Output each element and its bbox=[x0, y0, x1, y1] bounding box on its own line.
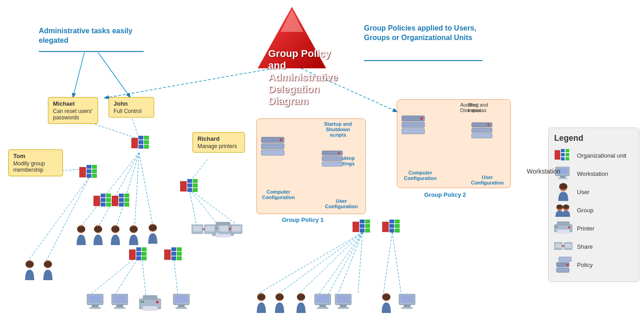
ou-icon-right1 bbox=[353, 220, 372, 234]
svg-line-3 bbox=[98, 52, 130, 97]
svg-rect-77 bbox=[180, 181, 187, 191]
svg-marker-32 bbox=[280, 9, 303, 32]
svg-rect-35 bbox=[261, 150, 284, 155]
gp1-user-config-label: UserConfiguration bbox=[322, 198, 361, 209]
svg-rect-102 bbox=[365, 224, 370, 228]
svg-line-24 bbox=[299, 232, 363, 294]
svg-rect-99 bbox=[360, 220, 364, 223]
svg-rect-56 bbox=[79, 167, 86, 177]
user-icon-r2 bbox=[273, 292, 286, 313]
gp2-user-config-label: UserConfiguration bbox=[468, 174, 507, 185]
workstation-area-label: Workstation bbox=[527, 168, 561, 175]
svg-rect-90 bbox=[142, 256, 146, 260]
svg-rect-53 bbox=[144, 140, 149, 144]
svg-line-12 bbox=[27, 178, 89, 262]
legend-ws-label: Workstation bbox=[577, 170, 608, 177]
john-name: John bbox=[114, 100, 149, 107]
svg-rect-83 bbox=[193, 188, 197, 192]
svg-rect-58 bbox=[92, 165, 97, 169]
user-icon-2 bbox=[91, 225, 105, 245]
ws-icon-2 bbox=[109, 294, 130, 311]
john-box: John Full Control bbox=[109, 97, 154, 118]
svg-line-10 bbox=[135, 153, 139, 228]
svg-line-13 bbox=[46, 178, 89, 262]
user-icon-r4 bbox=[379, 292, 393, 313]
svg-point-129 bbox=[275, 294, 284, 300]
svg-rect-75 bbox=[119, 203, 124, 206]
ws-icon-6 bbox=[397, 294, 417, 311]
svg-rect-182 bbox=[566, 149, 569, 152]
diagram-container: Group Policy and Administrative Delegati… bbox=[0, 0, 644, 323]
svg-rect-137 bbox=[89, 307, 101, 309]
svg-rect-78 bbox=[187, 179, 192, 183]
legend-item-printer: Printer bbox=[554, 221, 634, 235]
svg-rect-71 bbox=[119, 194, 124, 197]
gp2-startmenu-label: Startmenu bbox=[468, 102, 514, 113]
svg-point-195 bbox=[556, 205, 563, 209]
svg-line-16 bbox=[189, 189, 217, 223]
svg-rect-52 bbox=[139, 140, 143, 144]
svg-point-40 bbox=[338, 152, 340, 154]
legend-ou-label: Organizational unit bbox=[577, 152, 626, 159]
svg-rect-64 bbox=[101, 194, 105, 197]
share-icon-1 bbox=[192, 222, 217, 238]
svg-rect-46 bbox=[472, 128, 492, 133]
domain-label: Group Policy and Administrative Delegati… bbox=[268, 48, 338, 107]
svg-rect-50 bbox=[139, 136, 143, 139]
svg-rect-145 bbox=[176, 307, 187, 309]
svg-rect-51 bbox=[144, 136, 149, 139]
svg-rect-203 bbox=[555, 244, 561, 248]
svg-rect-57 bbox=[87, 165, 91, 169]
legend-box: Legend Organizational unit bbox=[548, 128, 639, 282]
svg-rect-189 bbox=[560, 176, 566, 178]
svg-rect-95 bbox=[177, 252, 182, 256]
ou-icon-left-sub1 bbox=[79, 165, 99, 179]
svg-rect-70 bbox=[112, 196, 118, 206]
svg-rect-88 bbox=[142, 252, 146, 256]
user-icon-1 bbox=[74, 225, 88, 245]
svg-point-127 bbox=[257, 294, 265, 300]
svg-rect-105 bbox=[382, 222, 389, 232]
legend-item-ou: Organizational unit bbox=[554, 149, 634, 162]
svg-rect-183 bbox=[561, 153, 565, 156]
svg-rect-69 bbox=[106, 203, 111, 206]
svg-rect-93 bbox=[177, 247, 182, 251]
svg-rect-100 bbox=[365, 220, 370, 223]
richard-name: Richard bbox=[197, 135, 240, 142]
legend-printer-label: Printer bbox=[577, 225, 594, 232]
user-icon-5 bbox=[146, 223, 160, 244]
svg-rect-149 bbox=[317, 307, 328, 309]
svg-rect-73 bbox=[119, 198, 124, 202]
john-desc: Full Control bbox=[114, 108, 149, 114]
svg-point-192 bbox=[559, 183, 567, 190]
svg-point-115 bbox=[94, 226, 102, 232]
svg-rect-94 bbox=[171, 252, 176, 256]
svg-rect-96 bbox=[171, 256, 176, 260]
svg-rect-135 bbox=[88, 295, 102, 303]
legend-share-icon bbox=[554, 241, 572, 252]
svg-line-2 bbox=[73, 52, 84, 97]
svg-rect-153 bbox=[338, 307, 349, 309]
svg-rect-155 bbox=[400, 295, 414, 303]
richard-box: Richard Manage printers bbox=[192, 132, 245, 153]
svg-rect-107 bbox=[395, 220, 400, 223]
svg-point-211 bbox=[566, 264, 569, 266]
svg-rect-111 bbox=[395, 229, 400, 232]
legend-printer-icon bbox=[554, 221, 572, 235]
svg-rect-180 bbox=[555, 150, 560, 159]
svg-point-123 bbox=[26, 261, 34, 267]
svg-rect-67 bbox=[106, 198, 111, 202]
svg-rect-144 bbox=[178, 305, 185, 307]
svg-line-7 bbox=[80, 153, 139, 228]
svg-rect-82 bbox=[187, 188, 192, 192]
svg-line-11 bbox=[139, 153, 153, 226]
svg-point-125 bbox=[44, 261, 52, 267]
ou-icon-left-sub3 bbox=[112, 194, 131, 208]
gp2-box: Auditing andDisk quotas Startmenu Comput… bbox=[397, 99, 511, 188]
svg-point-179 bbox=[229, 228, 231, 230]
ou-icon-sub-left1 bbox=[129, 247, 148, 262]
gp2-computer-config-label: ComputerConfiguration bbox=[401, 170, 440, 181]
svg-line-8 bbox=[98, 153, 139, 228]
svg-rect-65 bbox=[106, 194, 111, 197]
svg-rect-34 bbox=[261, 144, 284, 149]
